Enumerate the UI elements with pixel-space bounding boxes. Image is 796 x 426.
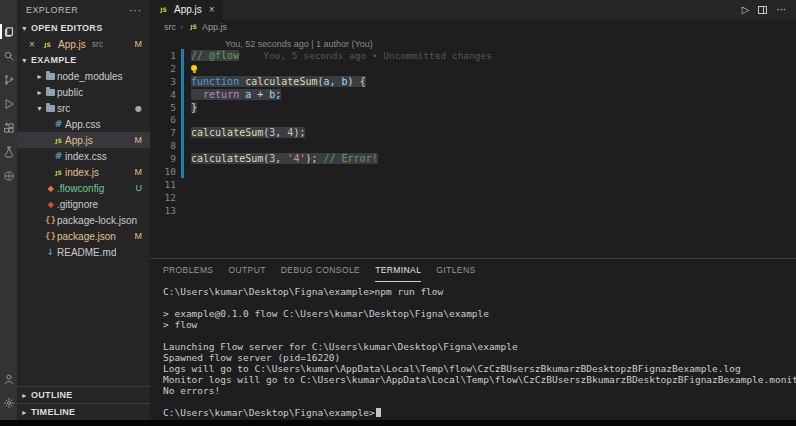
split-editor-icon[interactable] bbox=[758, 6, 767, 14]
code-editor[interactable]: You, 52 seconds ago | 1 author (You)1// … bbox=[150, 34, 796, 258]
md-icon bbox=[44, 246, 57, 258]
modified-gutter bbox=[181, 204, 184, 217]
token bbox=[191, 89, 203, 100]
terminal-line: Monitor logs will go to C:\Users\kumar\A… bbox=[163, 374, 796, 385]
close-icon[interactable]: × bbox=[29, 39, 37, 50]
panel-tab-bar: PROBLEMSOUTPUTDEBUG CONSOLETERMINALGITLE… bbox=[150, 259, 796, 282]
file-label: App.js bbox=[65, 135, 93, 146]
account-icon[interactable] bbox=[0, 371, 17, 386]
file-row-README.md[interactable]: README.md bbox=[17, 244, 150, 260]
file-row-App.css[interactable]: App.css bbox=[17, 116, 150, 132]
folder-icon bbox=[44, 102, 57, 114]
file-row-index.js[interactable]: index.jsM bbox=[17, 164, 150, 180]
lightbulb-icon[interactable] bbox=[191, 65, 197, 71]
token: ) { bbox=[348, 76, 366, 87]
panel-tab-debug-console[interactable]: DEBUG CONSOLE bbox=[281, 259, 360, 282]
token: calculateSum bbox=[191, 127, 263, 138]
file-row-index.css[interactable]: index.css bbox=[17, 148, 150, 164]
chevron-separator-icon: › bbox=[180, 22, 183, 32]
code-text bbox=[184, 65, 197, 71]
testing-icon[interactable] bbox=[0, 144, 17, 159]
code-line-9: 9calculateSum(3, '4'); // Error! bbox=[150, 152, 796, 165]
blame-annotation: You, 5 seconds ago • Uncommitted changes bbox=[263, 50, 492, 61]
vscode-window: { "colors": { "editor_bg": "#1e1e1e", "s… bbox=[0, 0, 796, 426]
code-text: // @flowYou, 5 seconds ago • Uncommitted… bbox=[184, 50, 492, 61]
search-icon[interactable] bbox=[0, 48, 17, 63]
line-number: 8 bbox=[150, 140, 176, 151]
close-icon[interactable]: × bbox=[209, 4, 215, 15]
settings-icon[interactable] bbox=[0, 395, 17, 410]
breadcrumb: src›App.js bbox=[150, 19, 796, 34]
panel-tab-output[interactable]: OUTPUT bbox=[228, 259, 265, 282]
chevron-right-icon[interactable]: ▸ bbox=[35, 72, 44, 81]
folder-icon bbox=[44, 70, 57, 82]
token: ; bbox=[275, 89, 281, 100]
code-tokens: calculateSum(3, '4'); // Error! bbox=[191, 153, 378, 164]
file-row-src[interactable]: ▾src● bbox=[17, 100, 150, 116]
extensions-icon[interactable] bbox=[0, 120, 17, 135]
section-outline[interactable]: ▸OUTLINE bbox=[17, 386, 150, 403]
debug-icon[interactable] bbox=[0, 96, 17, 111]
files-icon[interactable] bbox=[0, 24, 17, 39]
open-editor-folder: src bbox=[92, 39, 103, 49]
panel-tab-problems[interactable]: PROBLEMS bbox=[163, 259, 213, 282]
breadcrumb-item-src[interactable]: src bbox=[164, 22, 176, 32]
breadcrumb-item-app.js[interactable]: App.js bbox=[187, 21, 227, 33]
panel-tab-terminal[interactable]: TERMINAL bbox=[375, 259, 421, 282]
sidebar-header: EXPLORER ··· bbox=[17, 0, 150, 20]
run-icon[interactable]: ▷ bbox=[742, 4, 750, 15]
file-tree: ▸node_modules▸public▾src●App.cssApp.jsMi… bbox=[17, 68, 150, 260]
code-line-13: 13 bbox=[150, 204, 796, 217]
token: // Error! bbox=[323, 153, 377, 164]
js-icon bbox=[52, 134, 65, 146]
code-tokens: } bbox=[191, 102, 197, 113]
terminal-prompt[interactable]: C:\Users\kumar\Desktop\Figna\example> bbox=[163, 407, 796, 418]
section-timeline[interactable]: ▸TIMELINE bbox=[17, 403, 150, 420]
bottom-strip bbox=[0, 420, 796, 426]
git-status-badge: M bbox=[135, 231, 143, 241]
open-editors-header[interactable]: ▾ OPEN EDITORS bbox=[17, 20, 150, 36]
project-name: EXAMPLE bbox=[31, 55, 77, 65]
file-row-public[interactable]: ▸public bbox=[17, 84, 150, 100]
line-number: 1 bbox=[150, 50, 176, 61]
terminal-output[interactable]: C:\Users\kumar\Desktop\Figna\example>npm… bbox=[150, 282, 796, 420]
git-status-badge: U bbox=[136, 183, 143, 193]
chevron-down-icon[interactable]: ▾ bbox=[35, 104, 44, 113]
chevron-right-icon: ▸ bbox=[20, 391, 29, 400]
terminal-line: Logs will go to C:\Users\kumar\AppData\L… bbox=[163, 363, 796, 374]
file-row-package.json[interactable]: package.jsonM bbox=[17, 228, 150, 244]
remote-icon[interactable] bbox=[0, 168, 17, 183]
terminal-cursor bbox=[376, 408, 381, 417]
terminal-line: > flow bbox=[163, 319, 796, 330]
line-number: 9 bbox=[150, 153, 176, 164]
token: // @flow bbox=[191, 50, 239, 61]
panel-tab-gitlens[interactable]: GITLENS bbox=[436, 259, 475, 282]
file-label: node_modules bbox=[57, 71, 123, 82]
section-label: OUTLINE bbox=[31, 390, 73, 400]
more-actions-icon[interactable]: ··· bbox=[776, 4, 786, 15]
project-section-header[interactable]: ▾ EXAMPLE bbox=[17, 52, 150, 68]
line-number: 6 bbox=[150, 114, 176, 125]
activity-bar bbox=[0, 0, 17, 420]
terminal-line bbox=[163, 330, 796, 341]
terminal-line bbox=[163, 396, 796, 407]
file-row-package-lock.json[interactable]: package-lock.json bbox=[17, 212, 150, 228]
chevron-right-icon[interactable]: ▸ bbox=[35, 88, 44, 97]
file-row-App.js[interactable]: App.jsM bbox=[17, 132, 150, 148]
open-editor-item[interactable]: × App.js src M bbox=[17, 36, 150, 52]
source-control-icon[interactable] bbox=[0, 72, 17, 87]
more-actions-icon[interactable]: ··· bbox=[129, 5, 142, 16]
code-text: calculateSum(3, '4'); // Error! bbox=[184, 153, 378, 164]
code-lines: You, 52 seconds ago | 1 author (You)1// … bbox=[150, 37, 796, 217]
code-line-2: 2 bbox=[150, 62, 796, 75]
codelens-text[interactable]: You, 52 seconds ago | 1 author (You) bbox=[225, 39, 373, 49]
file-row-.flowconfig[interactable]: .flowconfigU bbox=[17, 180, 150, 196]
file-row-.gitignore[interactable]: .gitignore bbox=[17, 196, 150, 212]
token: , bbox=[330, 76, 342, 87]
git-status-badge: M bbox=[135, 167, 143, 177]
file-row-node_modules[interactable]: ▸node_modules bbox=[17, 68, 150, 84]
terminal-line bbox=[163, 297, 796, 308]
editor-actions: ▷··· bbox=[742, 0, 796, 19]
terminal-line: Launching Flow server for C:\Users\kumar… bbox=[163, 341, 796, 352]
tab-appjs[interactable]: App.js × bbox=[150, 0, 222, 19]
